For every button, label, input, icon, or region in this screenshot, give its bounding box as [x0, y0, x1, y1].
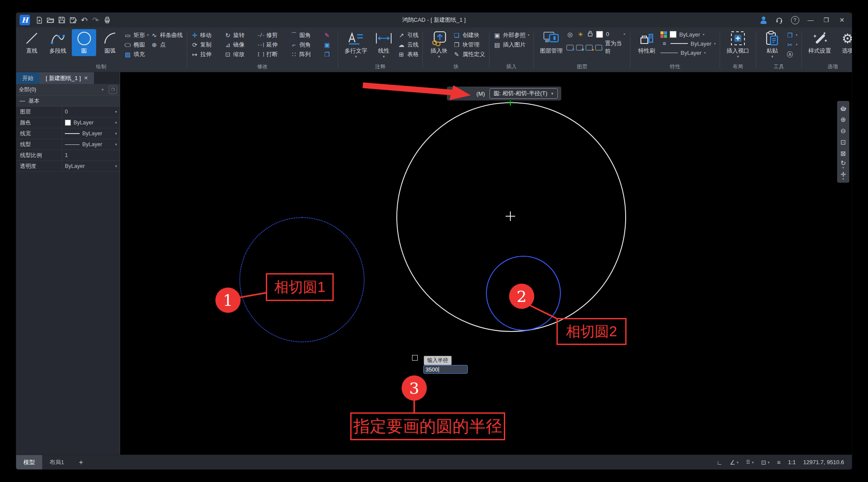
ellipse-tool[interactable]: ◯椭圆: [124, 40, 149, 49]
extend-tool[interactable]: --|延伸: [257, 40, 289, 49]
layer-current-icon[interactable]: ✓: [595, 45, 602, 50]
osnap-toggle[interactable]: ⊡▾: [761, 459, 770, 466]
block-manager-tool[interactable]: ❐块管理: [453, 40, 485, 49]
save-button[interactable]: [56, 15, 67, 25]
tab-document[interactable]: [ 新建图纸_1 ]✕: [40, 72, 94, 84]
viewport-scale[interactable]: 1:1: [788, 459, 796, 465]
tab-layout1[interactable]: 布局1: [42, 455, 71, 469]
user-account-button[interactable]: [757, 15, 770, 25]
redo-button[interactable]: ↷▾: [90, 15, 101, 25]
polar-tracking-toggle[interactable]: ∠▾: [730, 459, 738, 466]
add-layout-button[interactable]: +: [71, 455, 90, 469]
stretch-tool[interactable]: ↦拉伸: [191, 50, 223, 58]
ortho-toggle[interactable]: ∟: [717, 459, 723, 466]
tab-start[interactable]: 开始: [16, 72, 40, 84]
panel-layout-icon[interactable]: ❐: [109, 86, 117, 94]
revcloud-tool[interactable]: ☁云线: [398, 40, 419, 49]
lineweight-control[interactable]: ≡ ByLayer ▾: [660, 40, 716, 47]
zoom-extents-button[interactable]: ⊠: [838, 148, 848, 158]
minimize-button[interactable]: —: [804, 15, 817, 25]
help-button[interactable]: ?: [788, 15, 801, 25]
set-current-button[interactable]: 置为当前: [605, 40, 626, 55]
restore-button[interactable]: ❐: [820, 15, 833, 25]
open-file-button[interactable]: [45, 15, 56, 25]
text-find-tool[interactable]: Ⓐ: [786, 50, 798, 58]
close-tab-icon[interactable]: ✕: [84, 75, 88, 81]
rectangle-tool[interactable]: ▭矩形▾: [124, 31, 149, 39]
section-basic[interactable]: — 基本: [16, 96, 120, 107]
properties-filter[interactable]: 全部(0) ▾ ❐: [16, 84, 120, 96]
tab-model[interactable]: 模型: [16, 455, 42, 469]
spline-tool[interactable]: ∿样条曲线: [151, 31, 183, 39]
linetype-control[interactable]: ByLayer ▾: [660, 49, 716, 57]
mtext-tool[interactable]: 多行文字 ▾: [342, 29, 370, 59]
current-layer-color-swatch[interactable]: [596, 31, 603, 38]
array-tool[interactable]: ∷阵列: [290, 50, 322, 58]
property-row-layer[interactable]: 图层 0▾: [16, 107, 120, 117]
erase-tool[interactable]: ✎: [323, 31, 334, 39]
property-row-ltscale[interactable]: 线型比例 1: [16, 150, 120, 161]
close-button[interactable]: ✕: [835, 15, 848, 25]
insert-block-tool[interactable]: 插入块 ▾: [427, 29, 451, 59]
layer-manager-tool[interactable]: 图层管理: [538, 29, 565, 56]
arc-tool[interactable]: 圆弧: [98, 29, 122, 56]
attr-define-tool[interactable]: ✎属性定义: [453, 50, 485, 58]
layer-freeze-icon[interactable]: ✻: [576, 45, 583, 50]
color-control[interactable]: ByLayer ▾: [660, 30, 716, 38]
zoom-in-button[interactable]: ⊕: [838, 114, 848, 124]
layer-sun-icon[interactable]: ☀: [577, 31, 584, 37]
scale-tool[interactable]: ⊡缩放: [224, 50, 256, 58]
rotate-tool[interactable]: ↻旋转: [224, 31, 256, 39]
paste-tool[interactable]: 粘贴 ▾: [760, 29, 784, 59]
move-tool[interactable]: ✛移动: [191, 31, 223, 39]
radius-input[interactable]: 3500: [423, 365, 468, 374]
property-row-transparency[interactable]: 透明度 ByLayer▾: [16, 161, 120, 172]
line-tool[interactable]: 直线: [20, 29, 44, 56]
drawing-canvas[interactable]: 切换 (M) 圆: 相切-相切-半径(T) ▾ 输入半径 3500: [120, 72, 852, 455]
break-tool[interactable]: [ ]打断: [257, 50, 289, 58]
group-tool[interactable]: ❐: [323, 50, 334, 58]
new-file-button[interactable]: [34, 15, 45, 25]
property-row-color[interactable]: 颜色 ByLayer▾: [16, 117, 120, 128]
chevron-down-icon[interactable]: ▾: [623, 32, 625, 36]
zoom-window-button[interactable]: ⊡: [838, 137, 848, 147]
print-button[interactable]: [101, 15, 113, 25]
hatch-tool[interactable]: ▨填充: [124, 50, 149, 58]
property-row-linetype[interactable]: 线型 ByLayer▾: [16, 139, 120, 150]
zoom-out-button[interactable]: ⊖: [838, 125, 848, 136]
linear-dim-tool[interactable]: 线性 ▾: [372, 29, 396, 59]
orbit-button[interactable]: ↻▾: [838, 159, 848, 170]
mode-dropdown[interactable]: 圆: 相切-相切-半径(T) ▾: [489, 88, 558, 99]
copy-clip-tool[interactable]: ❐▾: [786, 31, 798, 39]
property-row-lineweight[interactable]: 线宽 ByLayer▾: [16, 128, 120, 139]
xref-tool[interactable]: ▣外部参照▾: [493, 31, 530, 39]
circle-tool[interactable]: 圆: [72, 29, 96, 56]
leader-tool[interactable]: ↗引线: [398, 31, 419, 39]
grid-toggle[interactable]: ⠿▾: [746, 459, 754, 465]
support-button[interactable]: [773, 15, 786, 25]
trim-tool[interactable]: -/-修剪: [257, 31, 289, 39]
pan-axes-button[interactable]: ✛▾: [838, 171, 848, 181]
insert-image-tool[interactable]: ▤插入图片: [493, 40, 530, 49]
copy-tool[interactable]: ⟳复制: [191, 40, 223, 49]
undo-button[interactable]: ↶▾: [79, 15, 90, 25]
fillet-tool[interactable]: ⌒圆角: [290, 31, 322, 39]
cut-clip-tool[interactable]: ✂▾: [786, 40, 798, 49]
chamfer-tool[interactable]: ⌐倒角: [290, 40, 322, 49]
create-block-tool[interactable]: ❏创建块: [453, 31, 485, 39]
layer-off-icon[interactable]: ✕: [566, 45, 573, 50]
app-logo-icon[interactable]: H: [20, 15, 30, 25]
match-properties-tool[interactable]: 特性刷: [634, 29, 659, 56]
layer-lock-icon[interactable]: [587, 30, 593, 38]
layer-lock-toggle-icon[interactable]: ●: [586, 45, 593, 50]
pan-button[interactable]: [838, 103, 848, 113]
polyline-tool[interactable]: 多段线: [46, 29, 70, 56]
insert-viewport-tool[interactable]: 插入视口 ▾: [724, 29, 752, 59]
lineweight-toggle[interactable]: ≡: [777, 459, 781, 466]
options-tool[interactable]: ⚙ 选项: [835, 29, 852, 56]
point-tool[interactable]: ⊕点: [151, 40, 183, 49]
save-as-button[interactable]: [67, 15, 79, 25]
layer-visibility-icon[interactable]: ◎: [566, 31, 574, 37]
table-tool[interactable]: ⊞表格: [398, 50, 419, 58]
style-settings-tool[interactable]: 样式设置: [806, 29, 834, 56]
